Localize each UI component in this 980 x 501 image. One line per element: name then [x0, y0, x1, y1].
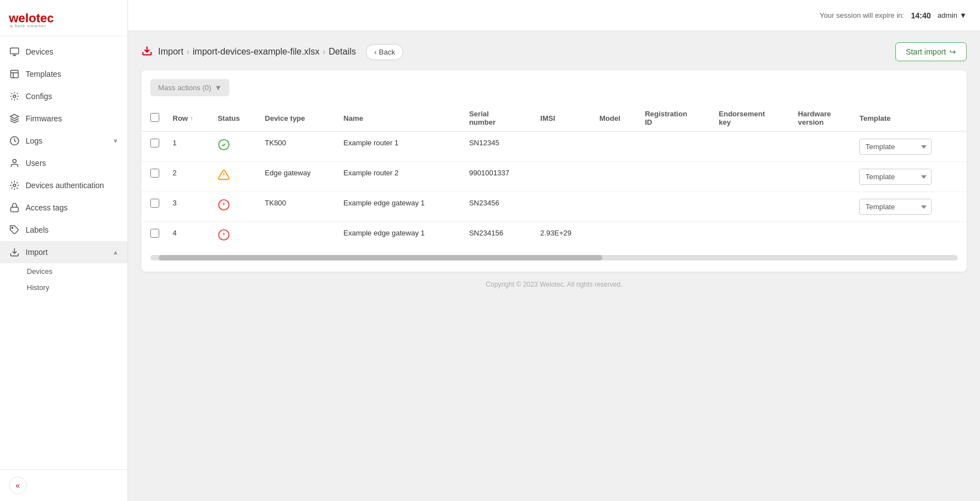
table-header: Row ↑ Status Device type Name Serialnumb…	[141, 105, 967, 131]
firmware-icon	[9, 113, 20, 124]
session-timer: 14:40	[911, 11, 931, 20]
sidebar-item-label: Configs	[26, 92, 119, 101]
row-serial-cell: SN234156	[462, 222, 533, 251]
sidebar-item-label: Access tags	[26, 203, 119, 212]
col-device-type: Device type	[258, 105, 337, 131]
row-status-cell	[211, 192, 258, 222]
sidebar-item-labels[interactable]: Labels	[0, 219, 128, 241]
sidebar-item-label: Logs	[26, 136, 107, 145]
table-card: Mass actions (0) ▼ Row	[141, 70, 967, 272]
user-menu[interactable]: admin ▼	[938, 11, 967, 19]
start-import-button[interactable]: Start import ↪	[895, 42, 967, 61]
row-number: 1	[173, 139, 177, 147]
table-header-row: Row ↑ Status Device type Name Serialnumb…	[141, 105, 967, 131]
table-row: 2 Edge gateway Example router 2 99010013…	[141, 162, 967, 192]
sidebar-item-devices[interactable]: Devices	[0, 41, 128, 63]
col-registration-id: RegistrationID	[638, 105, 712, 131]
logo: welotec a byte smarter	[0, 0, 128, 36]
sidebar-item-label: Users	[26, 159, 119, 168]
sidebar-item-devices-auth[interactable]: Devices authentication	[0, 174, 128, 197]
mass-actions-dropdown-icon: ▼	[214, 84, 222, 92]
mass-actions-button[interactable]: Mass actions (0) ▼	[150, 79, 229, 96]
scrollbar-thumb[interactable]	[159, 255, 603, 261]
config-icon	[9, 91, 20, 102]
sidebar-sub-item-import-history[interactable]: History	[27, 279, 128, 296]
row-hw-version-cell	[791, 162, 853, 192]
row-number-cell: 2	[166, 162, 211, 192]
row-checkbox[interactable]	[150, 139, 159, 148]
table-row: 3 TK800 Example edge gateway 1 SN23456	[141, 192, 967, 222]
table-actions: Mass actions (0) ▼	[141, 79, 967, 105]
row-status-cell	[211, 162, 258, 192]
row-number: 4	[173, 229, 177, 237]
col-row-label: Row	[173, 114, 188, 122]
row-model-cell	[593, 192, 639, 222]
row-device-type-cell: Edge gateway	[258, 162, 337, 192]
table-scroll-wrapper[interactable]: Row ↑ Status Device type Name Serialnumb…	[141, 105, 967, 250]
sidebar-item-access-tags[interactable]: Access tags	[0, 197, 128, 219]
start-import-label: Start import	[906, 47, 946, 56]
sidebar-item-users[interactable]: Users	[0, 152, 128, 174]
sidebar-item-configs[interactable]: Configs	[0, 85, 128, 107]
row-checkbox[interactable]	[150, 229, 159, 238]
sidebar: welotec a byte smarter Devices Templates…	[0, 0, 128, 501]
sidebar-collapse-button[interactable]: «	[9, 477, 27, 494]
template-select[interactable]: Template	[859, 199, 932, 215]
row-checkbox[interactable]	[150, 169, 159, 178]
table-row: 4 Example edge gateway 1 SN234156 2.93E+…	[141, 222, 967, 251]
row-checkbox[interactable]	[150, 199, 159, 208]
sidebar-item-import[interactable]: Import ▲	[0, 241, 128, 263]
template-icon	[9, 68, 20, 80]
template-select[interactable]: Template	[859, 169, 932, 185]
footer: Copyright © 2023 Welotec. All rights res…	[141, 272, 967, 297]
template-select[interactable]: Template	[859, 139, 932, 155]
row-reg-id-cell	[638, 162, 712, 192]
sidebar-sub-label: Devices	[27, 267, 52, 276]
status-error-icon	[218, 201, 230, 213]
row-model-cell	[593, 131, 639, 162]
sidebar-collapse-area: «	[0, 469, 128, 501]
row-template-cell	[852, 222, 967, 251]
col-model: Model	[593, 105, 639, 131]
access-icon	[9, 202, 20, 213]
table-row: 1 TK500 Example router 1 SN12345	[141, 131, 967, 162]
page-header: Import › import-devices-example-file.xls…	[141, 42, 967, 61]
row-name-cell: Example edge gateway 1	[337, 192, 463, 222]
col-template: Template	[852, 105, 967, 131]
row-number-cell: 1	[166, 131, 211, 162]
sidebar-item-firmwares[interactable]: Firmwares	[0, 107, 128, 130]
breadcrumb: Import › import-devices-example-file.xls…	[141, 44, 403, 60]
row-name-cell: Example edge gateway 1	[337, 222, 463, 251]
col-imsi: IMSI	[533, 105, 592, 131]
col-name: Name	[337, 105, 463, 131]
row-checkbox-cell	[141, 192, 166, 222]
row-status-cell	[211, 222, 258, 251]
svg-rect-2	[11, 48, 19, 54]
svg-rect-3	[11, 70, 18, 78]
back-button[interactable]: ‹ Back	[366, 44, 403, 60]
row-status-cell	[211, 131, 258, 162]
svg-text:a byte smarter: a byte smarter	[10, 23, 46, 28]
row-template-cell: Template	[852, 131, 967, 162]
row-number-cell: 4	[166, 222, 211, 251]
sidebar-sub-label: History	[27, 283, 49, 292]
select-all-checkbox[interactable]	[150, 113, 159, 122]
row-model-cell	[593, 222, 639, 251]
row-name-cell: Example router 2	[337, 162, 463, 192]
row-imsi-cell	[533, 192, 592, 222]
row-serial-cell: SN23456	[462, 192, 533, 222]
scroll-bar-area[interactable]	[141, 250, 967, 263]
breadcrumb-file: import-devices-example-file.xlsx	[193, 47, 320, 57]
row-reg-id-cell	[638, 131, 712, 162]
row-number: 2	[173, 169, 177, 177]
horizontal-scrollbar[interactable]	[150, 255, 958, 261]
sidebar-item-label: Firmwares	[26, 114, 119, 123]
row-number-cell: 3	[166, 192, 211, 222]
sidebar-item-logs[interactable]: Logs ▼	[0, 130, 128, 152]
user-dropdown-icon: ▼	[959, 11, 967, 19]
sidebar-sub-item-import-devices[interactable]: Devices	[27, 263, 128, 279]
sidebar-item-templates[interactable]: Templates	[0, 63, 128, 85]
svg-rect-8	[11, 207, 18, 212]
row-reg-id-cell	[638, 222, 712, 251]
sort-icon: ↑	[190, 115, 193, 121]
